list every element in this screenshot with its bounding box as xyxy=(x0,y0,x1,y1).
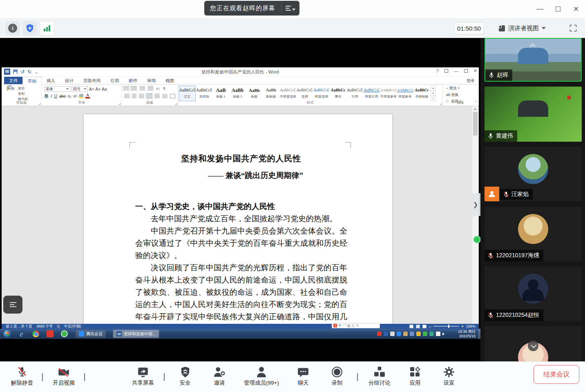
find-button[interactable]: ⌕ 查找 ˅ xyxy=(446,86,461,91)
tray-icon[interactable] xyxy=(416,332,421,336)
underline-button[interactable]: U xyxy=(54,94,57,98)
cut-button[interactable]: 剪切 xyxy=(18,86,28,91)
tray-icon[interactable] xyxy=(384,332,388,336)
borders-button[interactable] xyxy=(170,94,175,98)
sogou-input-bar[interactable]: S 中’° ▥人✎ xyxy=(332,323,380,328)
apps-button[interactable]: 应用 xyxy=(409,365,421,387)
view-mode-button[interactable]: 演讲者视图 xyxy=(495,22,549,35)
taskbar-word-window[interactable]: W 坚持和发扬中国... xyxy=(113,330,159,338)
unmute-button[interactable]: 解除静音 xyxy=(11,365,33,387)
tab-mailings[interactable]: 邮件 xyxy=(124,77,142,84)
ribbon-display-button[interactable] xyxy=(444,69,448,73)
copy-button[interactable]: 复制 xyxy=(18,91,28,96)
green-float-icon[interactable] xyxy=(473,236,480,243)
tray-flag-icon[interactable] xyxy=(436,332,440,336)
security-button[interactable]: 安全 xyxy=(180,365,191,387)
end-meeting-button[interactable]: 结束会议 xyxy=(534,365,579,384)
strikethrough-button[interactable]: abc xyxy=(59,94,66,98)
align-right-button[interactable] xyxy=(139,94,144,98)
chrome-icon[interactable] xyxy=(31,330,40,338)
chat-button[interactable]: 聊天 xyxy=(297,365,309,387)
font-size-select[interactable]: 四号 xyxy=(71,86,88,92)
change-case-button[interactable]: Aa xyxy=(102,87,107,91)
video-options-chevron[interactable] xyxy=(84,374,85,381)
word-close-button[interactable]: ✕ xyxy=(473,68,477,74)
settings-button[interactable]: 设置 xyxy=(443,365,455,387)
start-button[interactable] xyxy=(3,330,11,338)
style-title[interactable]: AaBb标题 xyxy=(246,86,263,101)
subscript-button[interactable]: x₂ xyxy=(68,94,71,98)
increase-indent-button[interactable] xyxy=(148,86,153,91)
shading-button[interactable] xyxy=(162,94,167,98)
sogou-app-icon[interactable] xyxy=(46,330,54,338)
style-heading2[interactable]: AaBb标题 2 xyxy=(229,86,246,101)
scroll-participants-button[interactable] xyxy=(528,341,538,351)
tab-view[interactable]: 视图 xyxy=(161,77,179,84)
style-subtitle[interactable]: AaBb副标题 xyxy=(263,86,279,101)
italic-button[interactable]: I xyxy=(51,94,52,98)
style-intense-emphasis[interactable]: AaBbCcD明显强调 xyxy=(313,86,330,101)
tab-design[interactable]: 设计 xyxy=(60,77,78,84)
video-tile-zhaohui[interactable]: 赵晖 xyxy=(485,38,582,82)
word-minimize-button[interactable]: — xyxy=(454,69,458,74)
bold-button[interactable]: B xyxy=(44,94,49,98)
dialog-launcher-icon[interactable] xyxy=(118,103,121,105)
replace-button[interactable]: ab 替换 xyxy=(446,92,461,98)
bullets-button[interactable] xyxy=(124,86,129,91)
style-intense-reference[interactable]: AABBCCD明显参考 xyxy=(397,86,413,101)
sidebar-collapse-handle[interactable]: ❯ xyxy=(471,193,480,216)
read-mode-icon[interactable] xyxy=(409,325,413,328)
dialog-launcher-icon[interactable] xyxy=(38,103,40,105)
word-count[interactable]: 4583 个字 xyxy=(36,324,53,329)
font-color-button[interactable]: A xyxy=(85,94,90,98)
word-document-area[interactable]: 坚持和发扬中国共产党的人民性 —— 兼谈“跳出历史周期律” 一、从学习党史，谈中… xyxy=(2,106,479,324)
system-tray[interactable] xyxy=(377,332,444,336)
scroll-up-icon[interactable]: ▲ xyxy=(472,106,478,111)
manage-members-button[interactable]: 管理成员(99+) xyxy=(244,365,279,387)
video-tile-zhaoheng[interactable]: 1220210254赵恒 xyxy=(485,266,582,321)
word-signin-link[interactable]: 登录 xyxy=(467,78,475,84)
video-tile-haixun[interactable]: 1220210197海燻 xyxy=(485,207,582,261)
language-indicator[interactable]: 中文(中国) xyxy=(64,324,81,329)
grow-font-button[interactable]: A˄ xyxy=(89,87,94,91)
style-intense-quote[interactable]: AaBbCcD明显引用 xyxy=(363,86,380,101)
zoom-out-icon[interactable]: – xyxy=(429,324,431,329)
close-button[interactable]: ✕ xyxy=(567,0,585,18)
highlight-button[interactable]: ab xyxy=(79,94,83,98)
style-no-spacing[interactable]: AaBbCcD无间隔 xyxy=(196,86,212,101)
tray-icon[interactable] xyxy=(390,332,395,336)
line-spacing-button[interactable] xyxy=(154,94,160,98)
tab-insert[interactable]: 插入 xyxy=(42,77,60,84)
mute-options-chevron[interactable] xyxy=(42,374,43,381)
proofing-icon[interactable]: ⎘ xyxy=(57,324,60,329)
style-quote[interactable]: AaBbCcD引用 xyxy=(346,86,363,101)
taskbar-meeting-window[interactable]: 腾讯会议 xyxy=(75,330,106,338)
tray-icon[interactable] xyxy=(410,332,414,336)
video-tile-partial[interactable] xyxy=(485,326,582,361)
tab-home[interactable]: 开始 xyxy=(22,77,42,85)
video-tile-huangjianwei[interactable]: 黄建伟 xyxy=(485,87,582,142)
style-strong[interactable]: AaBbCc要点 xyxy=(330,86,346,101)
tray-icon[interactable] xyxy=(423,332,427,336)
security-shield-button[interactable] xyxy=(22,21,37,36)
volume-icon[interactable] xyxy=(442,332,444,336)
tray-icon[interactable] xyxy=(429,332,434,336)
styles-scroll-buttons[interactable]: ▲▼≡ xyxy=(431,86,436,101)
numbering-button[interactable] xyxy=(132,86,137,91)
invite-button[interactable]: 邀请 xyxy=(213,365,226,387)
video-tile-wangjiayan[interactable]: 汪家焰 xyxy=(485,147,582,201)
collapse-ribbon-icon[interactable]: ⌃ xyxy=(474,100,477,105)
tray-sogou-icon[interactable] xyxy=(377,332,382,336)
superscript-button[interactable]: x² xyxy=(74,94,77,98)
network-signal-button[interactable] xyxy=(40,21,54,36)
style-subtle-emphasis[interactable]: AaBbCcD不明显强调 xyxy=(279,86,296,101)
start-video-button[interactable]: 开启视频 xyxy=(53,365,75,387)
breakout-rooms-button[interactable]: 分组讨论 xyxy=(368,365,391,387)
style-subtle-reference[interactable]: AABBCCD不明显参考 xyxy=(380,86,397,101)
word-restore-button[interactable] xyxy=(464,69,468,73)
page-indicator[interactable]: 第 1 页，共 7 页 xyxy=(6,324,32,329)
tray-icon[interactable] xyxy=(403,332,408,336)
dialog-launcher-icon[interactable] xyxy=(175,103,177,105)
dialog-launcher-icon[interactable] xyxy=(440,103,442,105)
tab-file[interactable]: 文件 xyxy=(4,77,22,84)
